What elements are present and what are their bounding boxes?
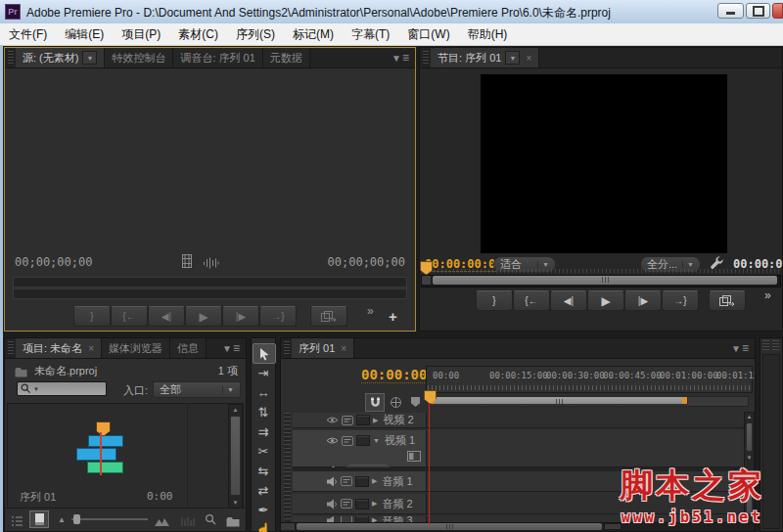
drag-audio-icon[interactable] (203, 255, 219, 273)
play-button[interactable]: ▶ (185, 306, 222, 327)
zoom-in-mountain-icon[interactable] (154, 513, 170, 531)
track-expand-arrow[interactable]: ▶ (372, 477, 377, 485)
menu-file[interactable]: 文件(F) (0, 23, 56, 45)
mark-out-button[interactable]: } (476, 290, 513, 311)
new-bin-button[interactable] (226, 513, 240, 531)
scroll-up-arrow[interactable]: ▲ (745, 469, 754, 478)
encore-chapter-marker-button[interactable] (390, 395, 402, 413)
hscroll-end-box[interactable] (604, 523, 622, 530)
ripple-edit-tool[interactable]: ↔ (253, 383, 274, 402)
menu-title[interactable]: 字幕(T) (343, 23, 398, 45)
source-timecode-current[interactable]: 00;00;00;00 (15, 255, 92, 269)
snap-button[interactable] (365, 393, 385, 412)
eye-icon[interactable] (326, 436, 339, 445)
sync-lock-icon[interactable] (341, 476, 352, 486)
close-button[interactable] (772, 3, 783, 19)
tab-project[interactable]: 项目: 未命名 × (16, 338, 102, 358)
button-editor-add[interactable]: + (389, 308, 397, 325)
source-scroll-bar[interactable] (13, 288, 407, 299)
thumbnail-zoom-slider[interactable] (71, 518, 148, 520)
step-back-button[interactable]: ◀| (148, 306, 185, 327)
timeline-playhead-line[interactable] (429, 401, 430, 525)
panel-grip[interactable] (423, 51, 429, 65)
panel-grip[interactable] (8, 341, 14, 355)
scrollbar-left-box[interactable] (422, 276, 432, 285)
insert-button[interactable] (310, 306, 347, 327)
program-select-dropdown[interactable]: ▼ (505, 51, 520, 65)
panel-grip[interactable] (8, 51, 14, 65)
tab-sequence-01[interactable]: 序列 01 × (292, 338, 354, 358)
track-head-video2[interactable]: ▶ 视频 2 (293, 413, 427, 428)
menu-marker[interactable]: 标记(M) (284, 23, 343, 45)
menu-window[interactable]: 窗口(W) (398, 23, 458, 45)
sequence-item[interactable]: 序列 01 0:00 (8, 404, 186, 508)
scroll-up-arrow[interactable]: ▲ (745, 413, 754, 421)
track-head-video1[interactable]: ▼ 视频 1 (293, 430, 427, 467)
track-content-video1[interactable] (427, 430, 746, 467)
track-expand-arrow[interactable]: ▶ (373, 417, 378, 424)
panel-menu-icon[interactable]: ▼≡ (386, 48, 415, 67)
entry-filter-select[interactable]: 全部▼ (153, 381, 241, 398)
panel-grip[interactable] (284, 341, 290, 355)
menu-project[interactable]: 项目(P) (113, 23, 169, 45)
timeline-vscrollbar[interactable]: ▲ ▼ ▲ (744, 412, 755, 527)
track-collapse-arrow[interactable]: ▼ (373, 437, 380, 444)
program-scrollbar[interactable] (421, 275, 781, 288)
sequence-item-name[interactable]: 序列 01 (20, 490, 56, 505)
panel-menu-icon[interactable]: ▼≡ (216, 338, 246, 358)
work-area-bar[interactable] (429, 396, 688, 405)
scroll-down-arrow[interactable]: ▼ (229, 499, 242, 508)
source-zoom-bar[interactable] (13, 277, 407, 288)
program-time-ruler[interactable] (422, 269, 780, 273)
go-to-out-button[interactable]: →} (259, 306, 297, 327)
track-content-audio1[interactable] (427, 471, 746, 492)
zoom-out-arrow[interactable]: ▲ (58, 515, 66, 524)
track-select-tool[interactable]: ⇥ (253, 364, 274, 382)
track-lock-toggle[interactable] (355, 499, 369, 510)
sync-lock-icon[interactable] (341, 499, 352, 509)
panel-menu-icon[interactable]: ▼≡ (725, 338, 755, 358)
timeline-vscroll-thumb2[interactable] (746, 479, 753, 514)
button-overflow-chevron[interactable]: » (367, 304, 374, 318)
eye-icon[interactable] (326, 416, 339, 424)
speaker-icon[interactable] (326, 499, 338, 510)
tab-info[interactable]: 信息 (170, 338, 207, 358)
step-forward-button[interactable]: |▶ (222, 306, 259, 327)
step-back-button[interactable]: ◀| (550, 290, 587, 311)
panel-grip[interactable] (762, 340, 769, 350)
slider-handle[interactable] (73, 514, 80, 524)
button-overflow-chevron[interactable]: » (764, 288, 771, 302)
tab-close-icon[interactable]: × (341, 343, 346, 354)
menu-help[interactable]: 帮助(H) (459, 23, 517, 45)
drag-video-icon[interactable] (181, 254, 193, 272)
tab-close-icon[interactable]: × (88, 343, 94, 354)
export-frame-button[interactable] (709, 290, 746, 311)
hand-tool[interactable]: ☝ (253, 520, 274, 532)
project-vscrollbar[interactable]: ▲ ▼ (228, 404, 243, 510)
tab-media-browser[interactable]: 媒体浏览器 (102, 338, 170, 358)
tab-source[interactable]: 源: (无素材) ▼ (16, 48, 105, 67)
timeline-vscroll-thumb[interactable] (746, 422, 753, 452)
track-content-audio2[interactable] (427, 494, 746, 514)
play-button[interactable]: ▶ (587, 290, 624, 311)
panel-grip[interactable] (772, 340, 779, 350)
menu-clip[interactable]: 素材(C) (169, 23, 227, 45)
pen-tool[interactable]: ✒ (253, 501, 274, 519)
list-view-button[interactable] (11, 513, 23, 531)
tab-audio-mixer[interactable]: 调音台: 序列 01 (173, 48, 262, 67)
track-lock-toggle[interactable] (356, 415, 370, 425)
selection-tool[interactable] (253, 343, 276, 364)
tab-effect-controls[interactable]: 特效控制台 (105, 48, 173, 67)
find-button[interactable] (205, 512, 217, 530)
scroll-down-arrow[interactable]: ▼ (745, 454, 754, 463)
razor-tool[interactable]: ✂ (253, 442, 274, 461)
minimize-button[interactable] (717, 3, 744, 19)
track-head-audio2[interactable]: ▶ 音频 2 (293, 494, 427, 514)
go-to-in-button[interactable]: {← (111, 306, 148, 327)
project-scroll-thumb[interactable] (230, 416, 241, 496)
slip-tool[interactable]: ⇆ (253, 462, 274, 480)
tab-close-icon[interactable]: × (526, 53, 531, 64)
menu-sequence[interactable]: 序列(S) (227, 23, 284, 45)
automate-to-sequence-icon[interactable] (181, 513, 195, 531)
step-forward-button[interactable]: |▶ (624, 290, 662, 311)
